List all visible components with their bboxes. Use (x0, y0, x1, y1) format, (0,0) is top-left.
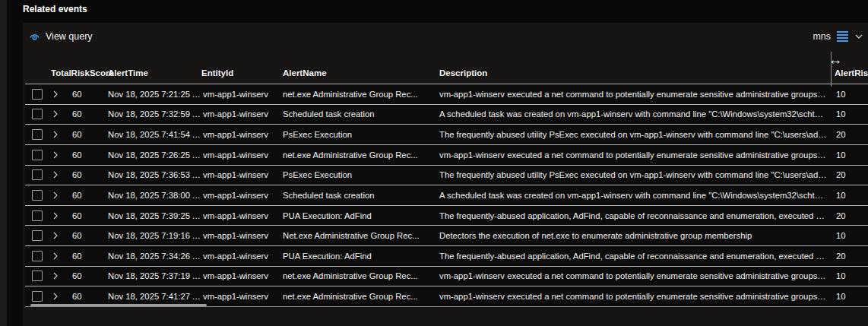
table-row[interactable]: 60 Nov 18, 2025 7:36:53 AM vm-app1-winse… (25, 165, 868, 185)
cell-entity-id: vm-app1-winserv (203, 170, 283, 179)
cell-entity-id: vm-app1-winserv (203, 109, 283, 119)
view-query-eye-icon (29, 31, 40, 43)
columns-dropdown-label: mns (813, 31, 831, 42)
row-checkbox[interactable] (32, 291, 43, 302)
cell-alert-time: Nov 18, 2025 7:39:25 AM (108, 211, 203, 220)
cell-total-risk-score: 60 (65, 191, 108, 200)
row-checkbox[interactable] (32, 271, 43, 281)
row-checkbox[interactable] (32, 210, 43, 221)
cell-entity-id: vm-app1-winserv (203, 130, 283, 139)
column-lines-icon (837, 31, 848, 42)
row-expander-chevron-icon[interactable] (46, 110, 65, 118)
cell-description: vm-app1-winserv executed a net command t… (439, 90, 835, 99)
cell-alert-name: PUA Execution: AdFind (283, 211, 439, 220)
row-expander-chevron-icon[interactable] (46, 232, 65, 239)
cell-alert-name: Net.exe Administrative Group Rec... (283, 231, 439, 240)
row-expander-chevron-icon[interactable] (46, 191, 65, 199)
cell-description: A scheduled task was created on vm-app1-… (439, 109, 835, 119)
cell-description: vm-app1-winserv executed a net command t… (439, 271, 835, 280)
cell-alert-name: PUA Execution: AdFind (283, 252, 439, 261)
cell-total-risk-score: 60 (65, 292, 108, 301)
table-row[interactable]: 60 Nov 18, 2025 7:21:25 AM vm-app1-winse… (25, 84, 868, 104)
table-row[interactable]: 60 Nov 18, 2025 7:32:59 AM vm-app1-winse… (25, 104, 868, 125)
row-expander-chevron-icon[interactable] (46, 151, 65, 159)
cell-description: The frequently abused utility PsExec exe… (439, 130, 835, 139)
cell-entity-id: vm-app1-winserv (203, 90, 283, 99)
cell-alert-time: Nov 18, 2025 7:36:53 AM (108, 170, 203, 179)
table-row[interactable]: 60 Nov 18, 2025 7:39:25 AM vm-app1-winse… (25, 205, 868, 226)
cell-alert-name: PsExec Execution (283, 130, 439, 139)
cell-alert-risk-score: 10 (835, 109, 868, 119)
column-header-totalriskscore[interactable]: TotalRiskScore (51, 68, 114, 78)
row-checkbox[interactable] (32, 150, 43, 160)
cell-total-risk-score: 60 (65, 170, 108, 179)
table-row[interactable]: 60 Nov 18, 2025 7:34:26 AM vm-app1-winse… (25, 245, 868, 266)
left-panel-edge (0, 0, 8, 326)
row-checkbox[interactable] (32, 190, 43, 201)
cell-total-risk-score: 60 (65, 211, 108, 220)
page-title: Related events (23, 4, 87, 14)
cell-alert-name: Scheduled task creation (283, 109, 439, 119)
cell-alert-name: net.exe Administrative Group Rec... (283, 271, 439, 280)
table-row[interactable]: 60 Nov 18, 2025 7:37:19 AM vm-app1-winse… (25, 266, 868, 286)
cell-total-risk-score: 60 (65, 109, 108, 119)
row-expander-chevron-icon[interactable] (46, 171, 65, 179)
table-row[interactable]: 60 Nov 18, 2025 7:19:16 AM vm-app1-winse… (25, 225, 868, 245)
cell-total-risk-score: 60 (65, 130, 108, 139)
columns-dropdown[interactable]: mns (813, 31, 868, 42)
cell-alert-name: Scheduled task creation (283, 191, 439, 200)
column-header-entityid[interactable]: EntityId (201, 68, 233, 78)
column-header-alertriskscore[interactable]: AlertRiskS (835, 68, 868, 78)
cell-alert-risk-score: 20 (835, 130, 868, 139)
table-row[interactable]: 60 Nov 18, 2025 7:38:00 AM vm-app1-winse… (25, 185, 868, 205)
cell-alert-risk-score: 10 (835, 90, 868, 99)
table-row[interactable]: 60 Nov 18, 2025 7:41:54 AM vm-app1-winse… (25, 124, 868, 144)
row-checkbox[interactable] (32, 109, 43, 119)
cell-alert-time: Nov 18, 2025 7:21:25 AM (108, 90, 203, 99)
horizontal-scrollbar-thumb[interactable] (30, 304, 207, 306)
cell-alert-risk-score: 10 (835, 191, 868, 200)
view-query-button[interactable]: View query (23, 31, 93, 43)
row-checkbox[interactable] (32, 89, 43, 100)
row-expander-chevron-icon[interactable] (46, 90, 65, 98)
cell-description: Detectors the execution of net.exe to en… (439, 231, 835, 240)
cell-entity-id: vm-app1-winserv (203, 292, 283, 301)
row-checkbox[interactable] (32, 251, 43, 261)
cell-total-risk-score: 60 (65, 150, 108, 160)
row-expander-chevron-icon[interactable] (46, 131, 65, 138)
chevron-down-icon (854, 32, 863, 41)
row-expander-chevron-icon[interactable] (46, 212, 65, 220)
view-query-label: View query (46, 31, 93, 42)
cell-alert-time: Nov 18, 2025 7:38:00 AM (108, 191, 203, 200)
table-body: 60 Nov 18, 2025 7:21:25 AM vm-app1-winse… (25, 84, 868, 307)
row-checkbox[interactable] (32, 169, 43, 180)
table-header-row: TotalRiskScore AlertTime EntityId AlertN… (25, 50, 868, 84)
cell-alert-risk-score: 10 (835, 150, 868, 160)
related-events-table: TotalRiskScore AlertTime EntityId AlertN… (25, 50, 868, 307)
row-expander-chevron-icon[interactable] (46, 293, 65, 300)
row-checkbox[interactable] (32, 129, 43, 140)
cell-alert-risk-score: 20 (835, 252, 868, 261)
cell-entity-id: vm-app1-winserv (203, 252, 283, 261)
cell-alert-time: Nov 18, 2025 7:41:54 AM (108, 130, 203, 139)
cell-alert-name: PsExec Execution (283, 170, 439, 179)
column-header-description[interactable]: Description (439, 68, 487, 78)
table-row[interactable]: 60 Nov 18, 2025 7:26:25 AM vm-app1-winse… (25, 144, 868, 165)
cell-description: The frequently abused utility PsExec exe… (439, 170, 835, 179)
row-expander-chevron-icon[interactable] (46, 272, 65, 280)
cell-entity-id: vm-app1-winserv (203, 271, 283, 280)
cell-description: A scheduled task was created on vm-app1-… (439, 191, 835, 200)
cell-alert-time: Nov 18, 2025 7:37:19 AM (108, 271, 203, 280)
cell-alert-risk-score: 20 (835, 211, 868, 220)
cell-description: The frequently-abused application, AdFin… (439, 252, 835, 261)
cell-alert-risk-score: 10 (835, 292, 868, 301)
cell-total-risk-score: 60 (65, 271, 108, 280)
row-checkbox[interactable] (32, 230, 43, 241)
cell-total-risk-score: 60 (65, 90, 108, 99)
row-expander-chevron-icon[interactable] (46, 252, 65, 260)
column-header-alerttime[interactable]: AlertTime (108, 68, 148, 78)
cell-alert-risk-score: 10 (835, 271, 868, 280)
column-header-alertname[interactable]: AlertName (283, 68, 327, 78)
table-row[interactable]: 60 Nov 18, 2025 7:41:27 AM vm-app1-winse… (25, 286, 868, 306)
cell-alert-risk-score: 20 (835, 170, 868, 179)
